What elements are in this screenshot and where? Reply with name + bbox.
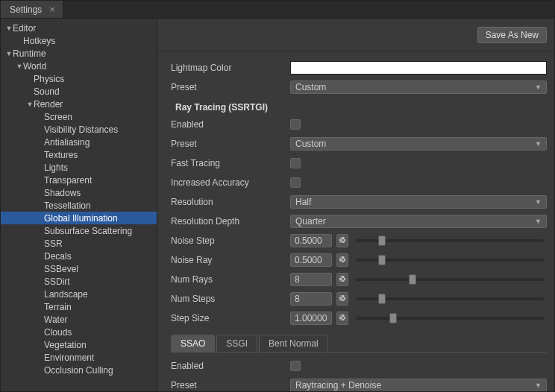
tree-item-render[interactable]: ▼Render: [1, 98, 157, 110]
tree-item-ssbevel[interactable]: SSBevel: [1, 262, 157, 275]
resolution-label: Resolution: [171, 197, 290, 207]
expand-icon[interactable]: ▼: [16, 63, 23, 70]
expand-icon[interactable]: ▼: [5, 25, 13, 32]
tree-item-tessellation[interactable]: Tessellation: [1, 199, 157, 212]
rt-preset-select[interactable]: Custom ▼: [290, 137, 547, 151]
num-rays-slider[interactable]: [356, 278, 544, 281]
expand-icon[interactable]: ▼: [26, 101, 34, 108]
save-as-new-button[interactable]: Save As New: [477, 27, 547, 43]
close-icon[interactable]: ×: [49, 4, 55, 15]
tree-item-ssdirt[interactable]: SSDirt: [1, 275, 157, 288]
ssao-preset-label: Preset: [171, 380, 290, 391]
tree-item-antialiasing[interactable]: Antialiasing: [1, 136, 157, 148]
subtab-ssgi[interactable]: SSGI: [216, 335, 257, 352]
preset-select[interactable]: Custom ▼: [290, 80, 547, 94]
tree-item-visibility-distances[interactable]: Visibility Distances: [1, 123, 157, 136]
tree-label: Lights: [44, 162, 68, 173]
tree-label: SSBevel: [44, 264, 78, 274]
ssao-preset-value: Raytracing + Denoise: [295, 380, 381, 391]
resolution-depth-select[interactable]: Quarter ▼: [290, 215, 547, 228]
num-steps-slider[interactable]: [356, 297, 544, 300]
tree-item-environment[interactable]: Environment: [1, 351, 157, 364]
top-toolbar: Save As New: [157, 19, 554, 51]
step-size-input[interactable]: 1.00000: [290, 312, 332, 325]
tree-label: Visibility Distances: [44, 124, 118, 135]
step-size-slider[interactable]: [356, 317, 544, 320]
increased-accuracy-checkbox[interactable]: [290, 177, 301, 188]
tree-item-physics[interactable]: Physics: [1, 72, 157, 85]
noise-ray-input[interactable]: 0.5000: [290, 253, 332, 267]
noise-step-label: Noise Step: [171, 235, 290, 246]
noise-ray-slider[interactable]: [356, 259, 544, 262]
tree-item-transparent[interactable]: Transparent: [1, 174, 157, 186]
num-steps-input[interactable]: 8: [290, 292, 332, 306]
subtab-ssao[interactable]: SSAO: [171, 335, 215, 352]
resolution-value: Half: [295, 197, 311, 207]
tree-item-sound[interactable]: Sound: [1, 85, 157, 98]
tree-label: Occlusion Culling: [44, 365, 113, 376]
chevron-down-icon: ▼: [535, 198, 542, 206]
tree-item-vegetation[interactable]: Vegetation: [1, 338, 157, 351]
chevron-down-icon: ▼: [535, 140, 542, 148]
tree-item-hotkeys[interactable]: Hotkeys: [1, 34, 157, 47]
noise-step-slider[interactable]: [356, 239, 544, 242]
subtab-bent-normal[interactable]: Bent Normal: [259, 335, 328, 352]
tree-label: Landscape: [44, 289, 88, 300]
rt-preset-value: Custom: [295, 139, 326, 149]
chevron-down-icon: ▼: [535, 83, 542, 91]
ssao-preset-select[interactable]: Raytracing + Denoise ▼: [290, 379, 547, 391]
tree-label: Antialiasing: [44, 137, 90, 148]
sub-tabs: SSAOSSGIBent Normal: [171, 335, 547, 353]
preset-value: Custom: [295, 82, 326, 92]
expand-icon[interactable]: ▼: [5, 50, 13, 57]
ssao-enabled-checkbox[interactable]: [290, 361, 301, 371]
num-rays-input[interactable]: 8: [290, 273, 332, 286]
preset-label: Preset: [171, 82, 290, 92]
tree-label: Terrain: [44, 302, 72, 312]
enabled-label: Enabled: [171, 119, 290, 130]
tree-label: Screen: [44, 112, 72, 122]
num-steps-label: Num Steps: [171, 294, 290, 304]
tree-item-textures[interactable]: Textures: [1, 148, 157, 161]
reset-icon[interactable]: [336, 253, 348, 267]
reset-icon[interactable]: [336, 312, 348, 325]
fast-tracing-checkbox[interactable]: [290, 158, 301, 168]
reset-icon[interactable]: [336, 273, 348, 286]
tree-item-water[interactable]: Water: [1, 313, 157, 326]
enabled-checkbox[interactable]: [290, 119, 301, 130]
reset-icon[interactable]: [336, 234, 348, 247]
tree-item-lights[interactable]: Lights: [1, 161, 157, 174]
chevron-down-icon: ▼: [535, 218, 542, 225]
tree-item-ssr[interactable]: SSR: [1, 237, 157, 250]
increased-accuracy-label: Increased Accuracy: [171, 177, 290, 188]
tree-item-global-illumination[interactable]: Global Illumination: [1, 212, 157, 224]
reset-icon[interactable]: [336, 292, 348, 306]
tree-label: Clouds: [44, 327, 72, 338]
tree-item-occlusion-culling[interactable]: Occlusion Culling: [1, 364, 157, 376]
tree-item-shadows[interactable]: Shadows: [1, 186, 157, 199]
tree-item-screen[interactable]: Screen: [1, 110, 157, 123]
fast-tracing-label: Fast Tracing: [171, 158, 290, 168]
noise-step-input[interactable]: 0.5000: [290, 234, 332, 247]
tree-label: Runtime: [13, 48, 46, 59]
tree-label: Vegetation: [44, 340, 87, 350]
tree-item-editor[interactable]: ▼Editor: [1, 22, 157, 34]
sidebar-tree[interactable]: ▼EditorHotkeys▼Runtime▼WorldPhysicsSound…: [1, 19, 157, 391]
tab-label: Settings: [10, 4, 42, 15]
tree-item-landscape[interactable]: Landscape: [1, 288, 157, 300]
tree-label: Textures: [44, 150, 78, 160]
rt-preset-label: Preset: [171, 139, 290, 149]
lightmap-color-input[interactable]: [290, 61, 547, 75]
tree-item-terrain[interactable]: Terrain: [1, 300, 157, 313]
step-size-label: Step Size: [171, 313, 290, 323]
tree-item-world[interactable]: ▼World: [1, 60, 157, 72]
tree-item-clouds[interactable]: Clouds: [1, 326, 157, 338]
resolution-select[interactable]: Half ▼: [290, 195, 547, 209]
tree-item-decals[interactable]: Decals: [1, 250, 157, 262]
tree-item-subsurface-scattering[interactable]: Subsurface Scattering: [1, 224, 157, 237]
tree-label: Tessellation: [44, 200, 91, 211]
tree-label: Sound: [34, 86, 60, 97]
tree-label: Environment: [44, 353, 94, 363]
tab-settings[interactable]: Settings ×: [1, 1, 63, 18]
tree-item-runtime[interactable]: ▼Runtime: [1, 47, 157, 60]
